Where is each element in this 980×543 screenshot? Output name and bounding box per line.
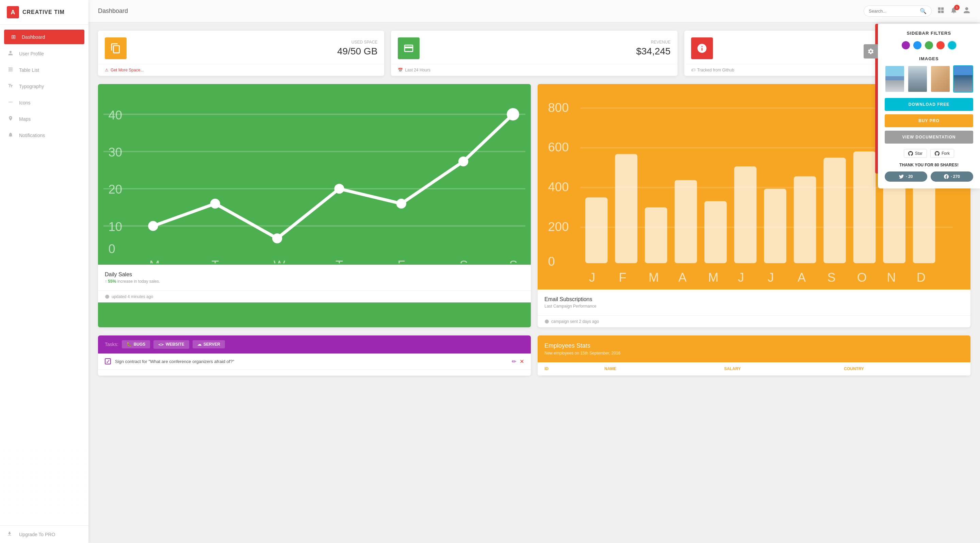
bug-icon: 🐛	[127, 342, 132, 347]
employees-subtitle: New employees on 15th September, 2016	[544, 351, 964, 356]
image-thumb-2[interactable]	[907, 65, 928, 92]
daily-sales-highlight: ↑ 55%	[105, 279, 116, 284]
sidebar-item-typography[interactable]: Typography	[0, 78, 89, 95]
map-icon	[7, 116, 14, 122]
svg-text:M: M	[708, 270, 718, 284]
employees-table-header: ID Name Salary Country	[538, 362, 970, 376]
color-dot-red[interactable]	[937, 41, 945, 49]
svg-text:S: S	[827, 270, 835, 284]
code-icon: <>	[158, 342, 164, 347]
user-profile-icon[interactable]	[963, 6, 970, 16]
thanks-text: THANK YOU FOR 80 SHARES!	[885, 163, 973, 167]
daily-sales-card: 40 30 20 10 0	[98, 84, 531, 327]
svg-text:J: J	[768, 270, 774, 284]
upgrade-label: Upgrade To PRO	[19, 532, 55, 537]
svg-text:M: M	[649, 270, 659, 284]
svg-text:W: W	[274, 258, 285, 264]
fixed-issues-icon-box	[691, 37, 713, 59]
svg-rect-41	[764, 189, 786, 264]
revenue-footer-text: Last 24 Hours	[405, 68, 430, 73]
used-space-info: Used Space 49/50 GB	[132, 40, 377, 57]
svg-text:A: A	[679, 270, 687, 284]
view-docs-button[interactable]: VIEW DOCUMENTATION	[885, 131, 973, 144]
image-thumb-4[interactable]	[953, 65, 973, 92]
tasks-tab-server[interactable]: ☁ SERVER	[192, 340, 225, 348]
svg-point-13	[210, 199, 220, 208]
fork-button[interactable]: Fork	[930, 149, 954, 158]
svg-text:800: 800	[548, 101, 569, 115]
svg-point-1	[9, 102, 10, 103]
images-section-title: IMAGES	[885, 56, 973, 61]
star-button[interactable]: Star	[904, 149, 927, 158]
sidebar-item-notifications[interactable]: Notifications	[0, 127, 89, 144]
buy-pro-button[interactable]: BUY PRO	[885, 114, 973, 127]
search-icon[interactable]: 🔍	[920, 8, 927, 14]
sidebar-item-dashboard[interactable]: ⊞ Dashboard	[4, 30, 84, 44]
svg-point-12	[148, 221, 158, 231]
employees-header: Employees Stats New employees on 15th Se…	[538, 335, 970, 362]
daily-sales-subtitle: ↑ 55% increase in today sales.	[105, 279, 524, 284]
col-id: ID	[544, 367, 605, 371]
grid-icon[interactable]	[937, 6, 945, 16]
logo-icon: A	[7, 6, 19, 18]
svg-text:20: 20	[108, 183, 123, 196]
facebook-button[interactable]: · 270	[931, 171, 973, 182]
delete-icon[interactable]: ✕	[520, 358, 524, 365]
email-sub-title: Email Subscriptions	[544, 296, 964, 302]
twitter-count: · 20	[906, 174, 913, 179]
employees-card: Employees Stats New employees on 15th Se…	[538, 335, 970, 376]
color-dot-green[interactable]	[925, 41, 933, 49]
tasks-label: Tasks:	[105, 341, 118, 347]
main-content: Used Space 49/50 GB ⚠ Get More Space... …	[89, 22, 980, 543]
col-country: Country	[844, 367, 964, 371]
svg-text:0: 0	[548, 254, 555, 268]
svg-point-18	[507, 108, 519, 121]
daily-sales-footer: updated 4 minutes ago	[98, 291, 531, 302]
svg-text:30: 30	[108, 145, 123, 159]
task-checkbox[interactable]: ✓	[105, 358, 111, 364]
color-dot-purple[interactable]	[902, 41, 910, 49]
settings-toggle-button[interactable]	[864, 44, 878, 59]
tasks-tab-website[interactable]: <> WEBSITE	[153, 340, 189, 349]
svg-rect-42	[794, 176, 816, 263]
color-dot-cyan[interactable]	[948, 41, 956, 49]
calendar-icon: 📅	[398, 68, 403, 73]
svg-point-16	[396, 199, 406, 208]
edit-icon[interactable]: ✏	[512, 358, 516, 365]
sidebar-item-table-list[interactable]: Table List	[0, 62, 89, 78]
used-space-value: 49/50 GB	[132, 46, 377, 57]
get-more-space-link[interactable]: Get More Space...	[111, 68, 143, 73]
sidebar-item-user-profile[interactable]: User Profile	[0, 46, 89, 62]
social-row: · 20 · 270	[885, 171, 973, 182]
table-icon	[7, 67, 14, 73]
clock-icon	[105, 294, 110, 299]
sidebar-item-icons[interactable]: Icons	[0, 95, 89, 111]
upgrade-footer[interactable]: Upgrade To PRO	[0, 525, 89, 543]
svg-text:N: N	[887, 270, 896, 284]
download-free-button[interactable]: DOWNLOAD FREE	[885, 98, 973, 111]
search-input[interactable]	[869, 8, 918, 14]
svg-text:J: J	[738, 270, 744, 284]
daily-sales-subtitle-text: increase in today sales.	[118, 279, 160, 284]
twitter-button[interactable]: · 20	[885, 171, 927, 182]
image-thumb-3[interactable]	[930, 65, 950, 92]
sidebar-item-label: Icons	[19, 100, 30, 105]
notification-icon[interactable]: 5	[950, 6, 958, 16]
svg-text:40: 40	[108, 108, 123, 122]
sidebar-item-maps[interactable]: Maps	[0, 111, 89, 127]
server-tab-label: SERVER	[204, 342, 220, 347]
color-dot-blue[interactable]	[913, 41, 921, 49]
svg-rect-39	[705, 201, 727, 263]
bottom-row: Tasks: 🐛 BUGS <> WEBSITE ☁ SERVER	[98, 335, 970, 376]
sidebar: A CREATIVE TIM ⊞ Dashboard User Profile …	[0, 0, 89, 543]
icons-icon	[7, 99, 14, 106]
tasks-tab-bugs[interactable]: 🐛 BUGS	[122, 340, 150, 348]
sidebar-item-label: User Profile	[19, 51, 44, 57]
image-thumb-1[interactable]	[885, 65, 905, 92]
notification-badge: 5	[954, 5, 959, 10]
svg-text:J: J	[589, 270, 595, 284]
daily-sales-footer-text: updated 4 minutes ago	[111, 294, 153, 299]
email-sub-subtitle: Last Campaign Performance	[544, 304, 964, 309]
task-item: ✓ Sign contract for "What are conference…	[98, 354, 531, 370]
svg-point-0	[10, 102, 11, 103]
